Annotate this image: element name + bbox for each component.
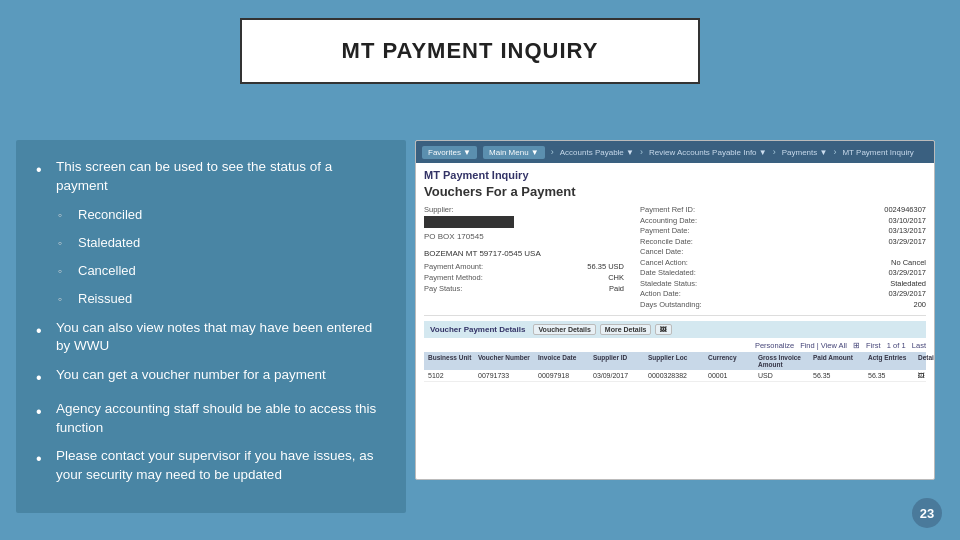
right-field-row: Reconcile Date:03/29/2017 (640, 237, 926, 246)
bullet-item: •Agency accounting staff should be able … (36, 400, 386, 438)
table-data-cell: USD (758, 372, 813, 379)
field-label: Accounting Date: (640, 216, 740, 225)
table-header-cell: Supplier Loc (648, 354, 708, 368)
find-link[interactable]: Find | View All (800, 341, 847, 350)
field-value: 03/10/2017 (888, 216, 926, 225)
bullet-text: Reconciled (78, 206, 142, 224)
divider (424, 315, 926, 316)
table-row: 5102007917330009791803/09/20170000328382… (424, 370, 926, 382)
voucher-details-label: Voucher Payment Details (430, 325, 525, 334)
bullet-dot: ◦ (58, 207, 72, 224)
main-menu-btn[interactable]: Main Menu ▼ (483, 146, 545, 159)
bullet-dot: • (36, 159, 50, 181)
field-label: Days Outstanding: (640, 300, 740, 309)
right-field-row: Date Staledated:03/29/2017 (640, 268, 926, 277)
right-field-row: Cancel Date: (640, 247, 926, 256)
field-value: 0024946307 (884, 205, 926, 214)
personalize-link[interactable]: Personalize (755, 341, 794, 350)
payment-amount-value: 56.35 USD (587, 262, 624, 271)
address-text: BOZEMAN MT 59717-0545 USA (424, 249, 624, 258)
table-data-cell: 00097918 (538, 372, 593, 379)
inquiry-title: MT Payment Inquiry (424, 169, 926, 181)
table-data-cell: 56.35 (813, 372, 868, 379)
bullet-item: ◦Staledated (58, 234, 386, 252)
bullet-text: Staledated (78, 234, 140, 252)
field-label: Payment Ref ID: (640, 205, 740, 214)
pay-status-value: Paid (609, 284, 624, 293)
table-header-cell: Supplier ID (593, 354, 648, 368)
field-value: Staledated (890, 279, 926, 288)
supplier-redacted (424, 216, 514, 228)
details-actions: Voucher Details More Details 🖼 (533, 324, 672, 335)
content-area: MT Payment Inquiry Vouchers For a Paymen… (416, 163, 934, 388)
page-title: MT PAYMENT INQUIRY (270, 38, 670, 64)
bullet-item: •You can get a voucher number for a paym… (36, 366, 386, 389)
right-field-row: Accounting Date:03/10/2017 (640, 216, 926, 225)
first-link[interactable]: ⊞ (853, 341, 860, 350)
field-label: Reconcile Date: (640, 237, 740, 246)
vouchers-title: Vouchers For a Payment (424, 184, 926, 199)
voucher-details-btn[interactable]: Voucher Details (533, 324, 595, 335)
nav-sep-1: › (551, 147, 554, 157)
field-label: Cancel Action: (640, 258, 740, 267)
right-field-row: Cancel Action:No Cancel (640, 258, 926, 267)
table-data-cell: 00001 (708, 372, 758, 379)
payments-nav[interactable]: Payments ▼ (782, 148, 828, 157)
accounts-payable-nav[interactable]: Accounts Payable ▼ (560, 148, 634, 157)
right-field-row: Action Date:03/29/2017 (640, 289, 926, 298)
table-header-cell: Gross Invoice Amount (758, 354, 813, 368)
field-value: 03/29/2017 (888, 237, 926, 246)
table-header-cell: Actg Entries (868, 354, 918, 368)
bullet-item: ◦Cancelled (58, 262, 386, 280)
bullet-text: You can also view notes that may have be… (56, 319, 386, 357)
title-box: MT PAYMENT INQUIRY (240, 18, 700, 84)
payment-method-value: CHK (608, 273, 624, 282)
favorites-btn[interactable]: Favorites ▼ (422, 146, 477, 159)
table-data-cell: 00791733 (478, 372, 538, 379)
field-value: 03/29/2017 (888, 289, 926, 298)
table-header: Business UnitVoucher NumberInvoice DateS… (424, 352, 926, 370)
bullet-dot: • (36, 401, 50, 423)
field-label: Action Date: (640, 289, 740, 298)
pay-status-label: Pay Status: (424, 284, 462, 293)
table-data-cell: 0000328382 (648, 372, 708, 379)
bullet-item: •This screen can be used to see the stat… (36, 158, 386, 196)
bullet-dot: • (36, 320, 50, 342)
field-value: 03/13/2017 (888, 226, 926, 235)
find-bar: Personalize Find | View All ⊞ First 1 of… (424, 341, 926, 350)
right-field-row: Days Outstanding:200 (640, 300, 926, 309)
right-field-row: Staledate Status:Staledated (640, 279, 926, 288)
bullet-dot: ◦ (58, 291, 72, 308)
bullet-text: Cancelled (78, 262, 136, 280)
right-field-row: Payment Date:03/13/2017 (640, 226, 926, 235)
table-header-cell: Business Unit (428, 354, 478, 368)
page-of: First 1 of 1 Last (866, 341, 926, 350)
bullet-item: ◦Reissued (58, 290, 386, 308)
po-text: PO BOX 170545 (424, 232, 624, 241)
field-value: No Cancel (891, 258, 926, 267)
supplier-label: Supplier: (424, 205, 624, 214)
right-fields-column: Payment Ref ID:0024946307Accounting Date… (640, 205, 926, 310)
payment-method-row: Payment Method: CHK (424, 273, 624, 282)
field-value: 03/29/2017 (888, 268, 926, 277)
field-value: 200 (913, 300, 926, 309)
field-label: Staledate Status: (640, 279, 740, 288)
review-info-nav[interactable]: Review Accounts Payable Info ▼ (649, 148, 767, 157)
field-label: Cancel Date: (640, 247, 740, 256)
nav-bar: Favorites ▼ Main Menu ▼ › Accounts Payab… (416, 141, 934, 163)
left-fields: Supplier: PO BOX 170545 BOZEMAN MT 59717… (424, 205, 624, 310)
table-data-cell: 03/09/2017 (593, 372, 648, 379)
table-header-cell: Paid Amount (813, 354, 868, 368)
nav-sep-4: › (833, 147, 836, 157)
bullet-dot: ◦ (58, 235, 72, 252)
voucher-details-bar: Voucher Payment Details Voucher Details … (424, 321, 926, 338)
table-header-cell: Voucher Number (478, 354, 538, 368)
icon-btn[interactable]: 🖼 (655, 324, 672, 335)
payment-method-label: Payment Method: (424, 273, 483, 282)
bullet-text: Reissued (78, 290, 132, 308)
table-data-cell: 5102 (428, 372, 478, 379)
more-details-btn[interactable]: More Details (600, 324, 652, 335)
table-header-cell: Invoice Date (538, 354, 593, 368)
page-number: 23 (912, 498, 942, 528)
bullet-item: •Please contact your supervisor if you h… (36, 447, 386, 485)
